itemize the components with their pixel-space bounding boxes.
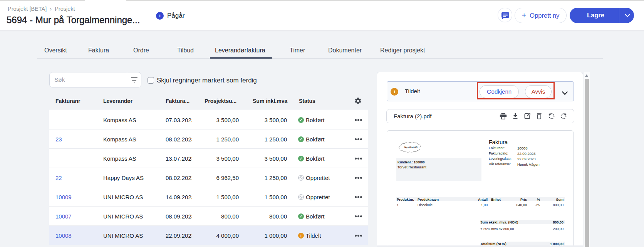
svg-text:Nystiftet AS: Nystiftet AS (404, 146, 418, 148)
